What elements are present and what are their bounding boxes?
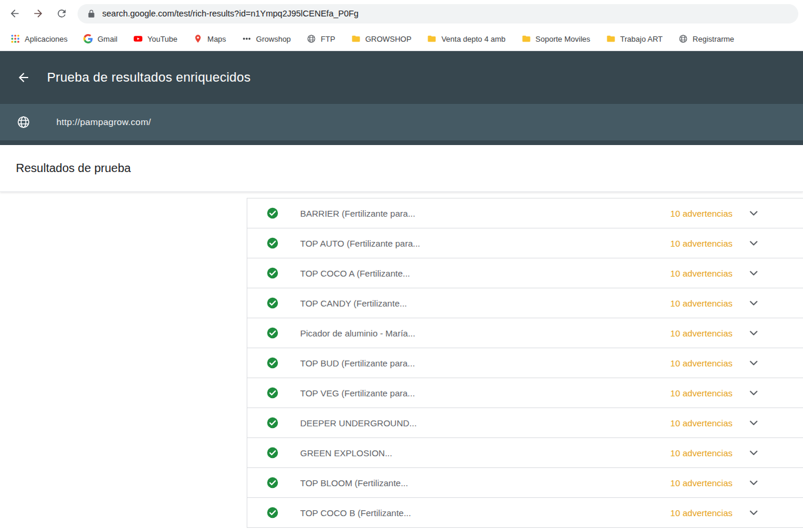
globe-icon <box>307 34 316 43</box>
result-warnings[interactable]: 10 advertencias <box>670 478 733 488</box>
bookmark-label: GROWSHOP <box>365 35 412 43</box>
address-bar[interactable]: search.google.com/test/rich-results?id=n… <box>78 4 798 23</box>
result-label: TOP VEG (Fertilizante para... <box>300 388 670 398</box>
bookmark-item[interactable]: YouTube <box>133 34 177 43</box>
result-warnings[interactable]: 10 advertencias <box>670 418 733 428</box>
result-label: BARRIER (Fertilizante para... <box>300 208 670 218</box>
bookmark-item[interactable]: Trabajo ART <box>606 34 663 43</box>
result-row[interactable]: GREEN EXPLOSION... 10 advertencias <box>247 438 803 468</box>
folder-icon <box>522 34 531 43</box>
result-row[interactable]: Picador de aluminio - María... 10 advert… <box>247 318 803 348</box>
result-warnings[interactable]: 10 advertencias <box>670 208 733 218</box>
bookmark-item[interactable]: Soporte Moviles <box>522 34 590 43</box>
bookmark-item[interactable]: Registrarme <box>678 34 734 43</box>
results-list: BARRIER (Fertilizante para... 10 adverte… <box>247 198 803 528</box>
results-heading: Resultados de prueba <box>16 161 131 175</box>
bookmark-label: YouTube <box>147 35 177 43</box>
bookmark-label: Soporte Moviles <box>536 35 590 43</box>
result-row[interactable]: TOP COCO B (Fertilizante... 10 advertenc… <box>247 498 803 528</box>
maps-pin-icon <box>193 34 203 43</box>
bookmark-label: Gmail <box>98 35 117 43</box>
bookmark-label: Registrarme <box>693 35 734 43</box>
check-circle-icon <box>266 267 279 280</box>
chevron-down-icon[interactable] <box>747 506 761 520</box>
result-warnings[interactable]: 10 advertencias <box>670 268 733 278</box>
bookmark-label: Trabajo ART <box>620 35 663 43</box>
bookmark-label: Aplicaciones <box>25 35 68 43</box>
result-label: TOP COCO A (Fertilizante... <box>300 268 670 278</box>
tested-url-bar: http://pampagrow.com/ <box>0 104 803 140</box>
bookmark-label: Venta depto 4 amb <box>441 35 505 43</box>
check-circle-icon <box>266 446 279 459</box>
result-warnings[interactable]: 10 advertencias <box>670 298 733 308</box>
result-label: TOP CANDY (Fertilizante... <box>300 298 670 308</box>
tested-url: http://pampagrow.com/ <box>56 117 151 127</box>
bookmark-item[interactable]: FTP <box>307 34 335 43</box>
result-label: TOP COCO B (Fertilizante... <box>300 508 670 518</box>
check-circle-icon <box>266 356 279 369</box>
bookmark-item[interactable]: GROWSHOP <box>351 34 412 43</box>
result-row[interactable]: DEEPER UNDERGROUND... 10 advertencias <box>247 408 803 438</box>
result-label: TOP BUD (Fertilizante para... <box>300 358 670 368</box>
lock-icon <box>87 9 96 18</box>
chevron-down-icon[interactable] <box>747 266 761 280</box>
result-warnings[interactable]: 10 advertencias <box>670 388 733 398</box>
chevron-down-icon[interactable] <box>747 386 761 400</box>
result-warnings[interactable]: 10 advertencias <box>670 358 733 368</box>
content-area: BARRIER (Fertilizante para... 10 adverte… <box>0 192 803 532</box>
result-row[interactable]: BARRIER (Fertilizante para... 10 adverte… <box>247 198 803 228</box>
folder-icon <box>351 34 361 43</box>
result-warnings[interactable]: 10 advertencias <box>670 508 733 518</box>
globe-icon <box>678 34 688 43</box>
chevron-down-icon[interactable] <box>747 326 761 340</box>
app-header: Prueba de resultados enriquecidos http:/… <box>0 51 803 145</box>
folder-icon <box>606 34 616 43</box>
result-warnings[interactable]: 10 advertencias <box>670 238 733 248</box>
bookmark-label: Growshop <box>256 35 291 43</box>
bookmark-label: FTP <box>321 35 335 43</box>
check-circle-icon <box>266 506 279 519</box>
result-warnings[interactable]: 10 advertencias <box>670 448 733 458</box>
dots-icon <box>242 34 251 43</box>
chevron-down-icon[interactable] <box>747 476 761 490</box>
chevron-down-icon[interactable] <box>747 416 761 430</box>
back-button[interactable] <box>5 4 25 23</box>
chevron-down-icon[interactable] <box>747 206 761 220</box>
result-row[interactable]: TOP BUD (Fertilizante para... 10 adverte… <box>247 348 803 378</box>
result-row[interactable]: TOP COCO A (Fertilizante... 10 advertenc… <box>247 258 803 288</box>
bookmarks-bar: Aplicaciones Gmail YouTube Maps Growshop… <box>0 27 803 51</box>
reload-button[interactable] <box>52 4 72 23</box>
chevron-down-icon[interactable] <box>747 236 761 250</box>
chevron-down-icon[interactable] <box>747 446 761 460</box>
result-warnings[interactable]: 10 advertencias <box>670 328 733 338</box>
bookmark-item[interactable]: Gmail <box>83 34 117 43</box>
address-url: search.google.com/test/rich-results?id=n… <box>102 9 358 18</box>
result-label: Picador de aluminio - María... <box>300 328 670 338</box>
check-circle-icon <box>266 297 279 309</box>
google-g-icon <box>83 34 93 43</box>
result-label: GREEN EXPLOSION... <box>300 448 670 458</box>
globe-icon <box>16 115 31 129</box>
result-row[interactable]: TOP AUTO (Fertilizante para... 10 advert… <box>247 228 803 258</box>
back-arrow-icon[interactable] <box>16 70 31 85</box>
chevron-down-icon[interactable] <box>747 296 761 310</box>
bookmark-item[interactable]: Growshop <box>242 34 291 43</box>
page-title: Prueba de resultados enriquecidos <box>47 70 251 85</box>
result-row[interactable]: TOP CANDY (Fertilizante... 10 advertenci… <box>247 288 803 318</box>
result-row[interactable]: TOP VEG (Fertilizante para... 10 adverte… <box>247 378 803 408</box>
check-circle-icon <box>266 207 279 220</box>
bookmark-item[interactable]: Maps <box>193 34 226 43</box>
results-heading-band: Resultados de prueba <box>0 145 803 192</box>
result-row[interactable]: TOP BLOOM (Fertilizante... 10 advertenci… <box>247 468 803 498</box>
result-label: DEEPER UNDERGROUND... <box>300 418 670 428</box>
chevron-down-icon[interactable] <box>747 356 761 370</box>
check-circle-icon <box>266 476 279 489</box>
result-label: TOP AUTO (Fertilizante para... <box>300 238 670 248</box>
result-label: TOP BLOOM (Fertilizante... <box>300 478 670 488</box>
apps-grid-icon <box>11 34 20 43</box>
bookmark-item[interactable]: Venta depto 4 amb <box>427 34 505 43</box>
bookmark-label: Maps <box>207 35 226 43</box>
forward-button[interactable] <box>28 4 48 23</box>
browser-toolbar: search.google.com/test/rich-results?id=n… <box>0 0 803 27</box>
bookmark-item[interactable]: Aplicaciones <box>11 34 68 43</box>
